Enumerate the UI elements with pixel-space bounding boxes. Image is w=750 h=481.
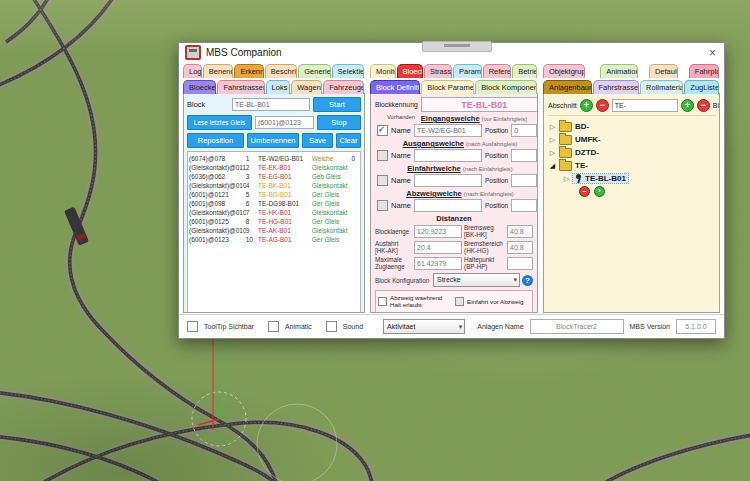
eingangsweiche-row: Name Position: [375, 124, 533, 137]
tab-log[interactable]: Log: [183, 64, 202, 78]
tab-animationen[interactable]: Animationen: [600, 64, 638, 78]
ausgangsweiche-checkbox[interactable]: [377, 150, 388, 161]
list-row[interactable]: (Gleiskontakt)@0107 7 TE-HK-B01 Gleiskon…: [189, 208, 359, 217]
einfahrt-vor-abzweig-checkbox[interactable]: [455, 297, 464, 306]
tab-wagen[interactable]: Wagen: [291, 80, 322, 94]
tab-bloecke-active[interactable]: Bloecke: [397, 64, 423, 78]
tab-block-parameter[interactable]: Block Parameter: [421, 80, 474, 94]
tab-block-definition-active[interactable]: Block Definition: [370, 80, 420, 94]
tree-item-umfk[interactable]: ▷ UMFK-: [549, 133, 714, 146]
bremsbereich-input[interactable]: [507, 241, 533, 254]
abschnitt-add-icon[interactable]: +: [580, 99, 593, 112]
list-row[interactable]: (6074)@078 1 TE-W2/EG-B01 Weiche 0: [189, 154, 359, 163]
tab-betrieb[interactable]: Betrieb: [512, 64, 537, 78]
tree-item-bd[interactable]: ▷ BD-: [549, 120, 714, 133]
expand-collapsed-icon[interactable]: ▷: [549, 136, 556, 144]
tab-benennen[interactable]: Benennen: [203, 64, 234, 78]
haltepunkt-input[interactable]: [507, 257, 533, 270]
tab-zugliste[interactable]: ZugListe: [684, 80, 719, 94]
einfahrtweiche-checkbox[interactable]: [377, 175, 388, 186]
eingangsweiche-name-input[interactable]: [414, 124, 482, 137]
tree-item-te[interactable]: ◢ TE-: [549, 159, 714, 172]
stop-button[interactable]: Stop: [317, 115, 361, 130]
tab-rollmaterial[interactable]: Rollmaterial: [640, 80, 683, 94]
abzweigweiche-name-input[interactable]: [414, 199, 482, 212]
node-remove-icon[interactable]: –: [579, 186, 590, 197]
tab-defaults[interactable]: Defaults: [649, 64, 678, 78]
block-remove-icon[interactable]: −: [697, 99, 710, 112]
ausgangsweiche-name-input[interactable]: [414, 149, 482, 162]
clear-button[interactable]: Clear: [336, 133, 361, 148]
eingangsweiche-checkbox[interactable]: [377, 125, 388, 136]
expand-collapsed-icon[interactable]: ▷: [549, 123, 556, 131]
list-row[interactable]: (Gleiskontakt)@0111 2 TE-EK-B01 Gleiskon…: [189, 163, 359, 172]
tab-strassen[interactable]: Strassen: [424, 64, 452, 78]
block-konfiguration-select[interactable]: Strecke: [433, 273, 520, 287]
einfahrtweiche-name-input[interactable]: [414, 174, 482, 187]
list-row[interactable]: (6001)@0125 8 TE-HG-B01 Ger Gleis: [189, 217, 359, 226]
save-button[interactable]: Save: [302, 133, 333, 148]
blocklaenge-input[interactable]: [414, 225, 462, 238]
abzweigweiche-position-input[interactable]: [511, 199, 537, 212]
ausgangsweiche-position-input[interactable]: [511, 149, 537, 162]
kreuzfahrt-halt-checkbox[interactable]: [378, 313, 387, 314]
close-button[interactable]: ×: [707, 48, 718, 58]
list-row[interactable]: (6001)@0123 10 TE-AG-B01 Ger Gleis: [189, 235, 359, 244]
window-drag-handle[interactable]: [422, 41, 492, 52]
gleis-list[interactable]: (6074)@078 1 TE-W2/EG-B01 Weiche 0 (Glei…: [187, 151, 361, 313]
tab-fahrstrassen[interactable]: Fahrstrassen: [217, 80, 264, 94]
tab-monitor[interactable]: Monitor: [370, 64, 396, 78]
block-add-icon[interactable]: +: [681, 99, 694, 112]
abzweigweiche-checkbox[interactable]: [377, 200, 388, 211]
abschnitt-remove-icon[interactable]: −: [596, 99, 609, 112]
blockkennung-input[interactable]: [421, 97, 538, 112]
abzweig-halt-checkbox[interactable]: [378, 297, 387, 306]
tab-generieren[interactable]: Generieren: [298, 64, 330, 78]
anlagen-name-input[interactable]: [530, 319, 624, 334]
tab-erkennen-active[interactable]: Erkennen: [234, 64, 263, 78]
tree-item-dztd[interactable]: ▷ DZTD-: [549, 146, 714, 159]
animatic-checkbox[interactable]: [268, 321, 279, 332]
tab-fahrzeuge[interactable]: Fahrzeuge: [323, 80, 364, 94]
sound-checkbox[interactable]: [326, 321, 337, 332]
ausfahrt-input[interactable]: [414, 241, 462, 254]
ausweich-vorhanden-checkbox[interactable]: [455, 313, 464, 314]
start-button[interactable]: Start: [313, 97, 361, 112]
tab-referenz[interactable]: Referenz: [483, 64, 511, 78]
list-row[interactable]: (6001)@098 6 TE-DG98-B01 Ger Gleis: [189, 199, 359, 208]
list-row[interactable]: (Gleiskontakt)@0108 9 TE-AK-B01 Gleiskon…: [189, 226, 359, 235]
zuglaenge-input[interactable]: [414, 257, 462, 270]
list-row[interactable]: (6001)@0121 5 TE-BG-B01 Ger Gleis: [189, 190, 359, 199]
tab-paramter[interactable]: Paramter: [453, 64, 482, 78]
tab-anlagenbaum-active[interactable]: Anlagenbaum: [543, 80, 592, 94]
tab-bloecke-active[interactable]: Bloecke: [183, 80, 216, 94]
expand-expanded-icon[interactable]: ◢: [549, 162, 556, 170]
letztes-gleis-input[interactable]: [255, 116, 314, 129]
filter-input[interactable]: [612, 99, 678, 112]
tab-loks[interactable]: Loks: [266, 80, 291, 94]
list-row[interactable]: (Gleiskontakt)@0104 4 TE-BK-B01 Gleiskon…: [189, 181, 359, 190]
tab-beschriften[interactable]: Beschriften: [265, 64, 297, 78]
tab-block-komponenten[interactable]: Block Komponenten: [475, 80, 537, 94]
lese-letztes-gleis-button[interactable]: Lese letztes Gleis: [187, 115, 252, 130]
reposition-button[interactable]: Reposition: [187, 133, 244, 148]
tab-fahrstrassen-right[interactable]: Fahrstrassen: [593, 80, 640, 94]
selected-tree-node[interactable]: TE-BL-B01: [573, 174, 628, 183]
einfahrtweiche-position-input[interactable]: [511, 174, 537, 187]
umbenennen-button[interactable]: Umbenennen: [247, 133, 299, 148]
list-row[interactable]: (6036)@062 3 TE-EG-B01 Geb Gleis: [189, 172, 359, 181]
tab-selektieren[interactable]: Selektieren: [332, 64, 364, 78]
eingangsweiche-position-input[interactable]: [511, 124, 537, 137]
aktivitaet-select[interactable]: Aktivitaet: [383, 319, 465, 334]
mbs-version-input[interactable]: [676, 319, 716, 334]
tooltip-checkbox[interactable]: [187, 321, 198, 332]
expand-collapsed-icon[interactable]: ▷: [563, 175, 570, 183]
node-go-icon[interactable]: ›: [594, 186, 605, 197]
bremsweg-input[interactable]: [507, 225, 533, 238]
tab-objektgruppen[interactable]: Objektgruppen: [543, 64, 585, 78]
tree-item-te-bl-b01[interactable]: ▷ TE-BL-B01: [563, 172, 714, 185]
help-icon[interactable]: ?: [522, 275, 533, 286]
expand-collapsed-icon[interactable]: ▷: [549, 149, 556, 157]
tab-fahrplan[interactable]: Fahrplan: [689, 64, 719, 78]
block-input[interactable]: [232, 98, 310, 111]
